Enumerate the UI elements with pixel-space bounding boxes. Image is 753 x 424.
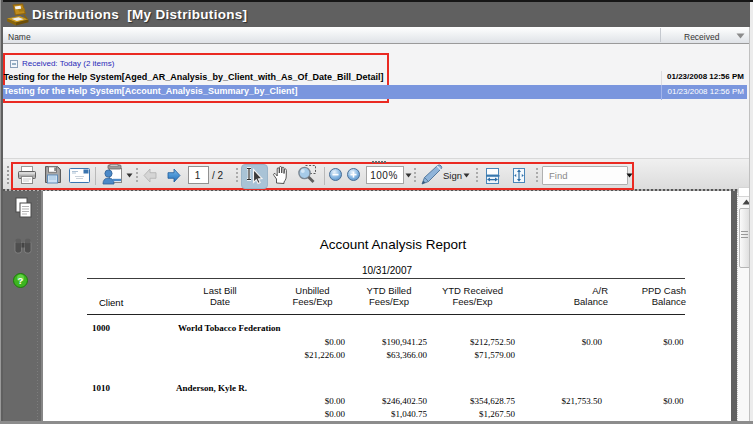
svg-text:?: ? bbox=[18, 275, 24, 286]
